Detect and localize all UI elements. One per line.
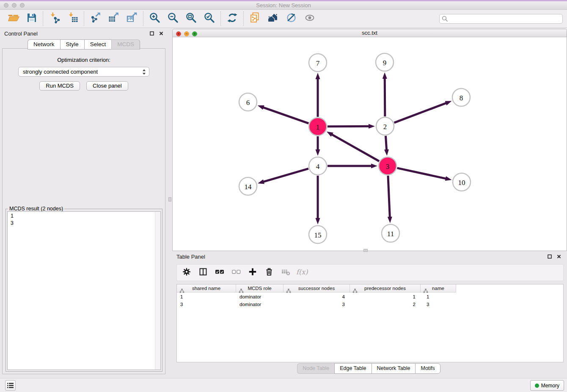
column-header-predecessor-nodes[interactable]: predecessor nodes: [350, 284, 421, 293]
graph-edge-2-8[interactable]: [394, 101, 452, 122]
table-row[interactable]: 1dominator411: [177, 293, 563, 300]
close-panel-button[interactable]: Close panel: [86, 81, 128, 91]
save-session-button[interactable]: [22, 11, 41, 27]
column-header-successor-nodes[interactable]: successor nodes: [284, 284, 350, 293]
horizontal-splitter-handle[interactable]: [363, 249, 368, 252]
search-input[interactable]: [439, 14, 563, 24]
column-visibility-button[interactable]: [198, 268, 208, 278]
graph-edge-3-11[interactable]: [388, 176, 392, 223]
open-session-button[interactable]: [4, 11, 22, 27]
zoom-selected-button[interactable]: [200, 11, 218, 27]
tab-motifs[interactable]: Motifs: [415, 363, 440, 374]
table-cell[interactable]: 1: [177, 294, 236, 299]
table-cell[interactable]: 3: [421, 302, 456, 307]
column-header-mcds-role[interactable]: MCDS role: [236, 284, 284, 293]
graph-node-15[interactable]: 15: [309, 226, 327, 243]
graph-edge-3-10[interactable]: [397, 168, 451, 181]
zoom-out-button[interactable]: [164, 11, 182, 27]
graph-node-8[interactable]: 8: [452, 88, 470, 106]
show-hide-button[interactable]: [300, 11, 319, 27]
memory-button[interactable]: Memory: [530, 380, 564, 391]
zoom-fit-content-button[interactable]: [182, 11, 200, 27]
tab-edge-table[interactable]: Edge Table: [334, 363, 371, 374]
graph-edge-4-3[interactable]: [328, 164, 377, 168]
apply-function-button: f(x): [297, 268, 307, 278]
table-cell[interactable]: 1: [350, 294, 421, 299]
graph-edge-3-1[interactable]: [327, 132, 379, 161]
table-cell[interactable]: dominator: [236, 294, 284, 299]
deselect-all-columns-button[interactable]: [231, 268, 241, 278]
network-graph[interactable]: 7968124314101511: [173, 37, 567, 251]
table-cell[interactable]: dominator: [236, 302, 284, 307]
graph-node-3[interactable]: 3: [379, 157, 396, 175]
graph-node-9[interactable]: 9: [376, 53, 394, 71]
graph-node-7[interactable]: 7: [309, 54, 327, 72]
zoom-in-button[interactable]: [146, 11, 164, 27]
export-table-button[interactable]: [105, 11, 123, 27]
tab-mcds[interactable]: MCDS: [111, 39, 140, 50]
mcds-result-box: MCDS result (2 nodes) 13: [6, 209, 162, 372]
table-cell[interactable]: 3: [284, 302, 350, 307]
svg-text:7: 7: [316, 59, 320, 67]
table-cell[interactable]: 3: [177, 302, 236, 307]
tab-select[interactable]: Select: [84, 39, 112, 50]
table-cell[interactable]: 2: [350, 302, 421, 307]
delete-column-button[interactable]: [264, 268, 274, 278]
graph-edge-1-4[interactable]: [316, 136, 320, 156]
tab-style[interactable]: Style: [60, 39, 84, 50]
select-all-columns-button[interactable]: [215, 268, 225, 278]
float-panel-icon[interactable]: [150, 30, 154, 37]
import-table-from-file-button[interactable]: [63, 11, 82, 27]
graph-edge-4-15[interactable]: [316, 176, 320, 224]
table-cell[interactable]: 4: [284, 294, 350, 299]
graph-node-1[interactable]: 1: [309, 118, 327, 135]
graph-node-10[interactable]: 10: [453, 173, 471, 191]
graph-edge-2-3[interactable]: [384, 136, 389, 156]
column-header-name[interactable]: name: [421, 284, 456, 293]
mcds-result-text-area[interactable]: 13: [7, 211, 161, 370]
graph-node-4[interactable]: 4: [309, 157, 327, 175]
close-panel-icon[interactable]: [159, 30, 163, 37]
table-settings-button[interactable]: [182, 268, 192, 278]
criterion-dropdown[interactable]: strongly connected component: [18, 67, 149, 77]
export-network-button[interactable]: [86, 11, 105, 27]
graph-edge-2-9[interactable]: [383, 72, 387, 116]
network-window-titlebar[interactable]: scc.txt: [173, 29, 567, 37]
apply-function-icon: f(x): [295, 267, 309, 278]
graph-node-11[interactable]: 11: [382, 224, 399, 242]
window-title: Session: New Session: [0, 1, 567, 9]
svg-text:14: 14: [245, 183, 252, 191]
control-panel-tabs: NetworkStyleSelectMCDS: [0, 39, 168, 50]
task-history-button[interactable]: [5, 380, 16, 391]
table-cell[interactable]: 1: [421, 294, 456, 299]
column-header-shared-name[interactable]: shared name: [177, 284, 236, 293]
export-image-button[interactable]: [123, 11, 141, 27]
graph-node-14[interactable]: 14: [239, 177, 257, 195]
graph-edge-4-14[interactable]: [258, 168, 308, 184]
import-network-from-file-icon: [49, 12, 61, 25]
run-mcds-button[interactable]: Run MCDS: [39, 81, 80, 91]
import-network-from-file-button[interactable]: [45, 11, 63, 27]
apply-style-button[interactable]: [282, 11, 300, 27]
svg-text:2: 2: [383, 123, 387, 131]
vertical-splitter-handle[interactable]: [168, 197, 171, 202]
graph-edge-1-6[interactable]: [258, 105, 309, 124]
tab-network[interactable]: Network: [28, 39, 60, 50]
float-table-panel-icon[interactable]: [548, 253, 552, 260]
tab-node-table[interactable]: Node Table: [297, 363, 334, 374]
minimize-window-button[interactable]: [12, 3, 17, 8]
duplicate-network-button[interactable]: [246, 11, 264, 27]
add-column-button[interactable]: [248, 268, 258, 278]
result-scrollbar[interactable]: [155, 212, 160, 370]
show-home-button[interactable]: [264, 11, 282, 27]
close-table-panel-icon[interactable]: [557, 253, 561, 260]
apply-preferred-layout-button[interactable]: [223, 11, 241, 27]
graph-edge-1-2[interactable]: [328, 124, 375, 129]
graph-node-6[interactable]: 6: [239, 93, 257, 111]
close-window-button[interactable]: [4, 3, 8, 8]
table-row[interactable]: 3dominator323: [177, 301, 563, 308]
zoom-window-button[interactable]: [20, 3, 25, 8]
graph-node-2[interactable]: 2: [376, 117, 394, 135]
graph-edge-1-7[interactable]: [316, 73, 320, 117]
tab-network-table[interactable]: Network Table: [372, 363, 416, 374]
